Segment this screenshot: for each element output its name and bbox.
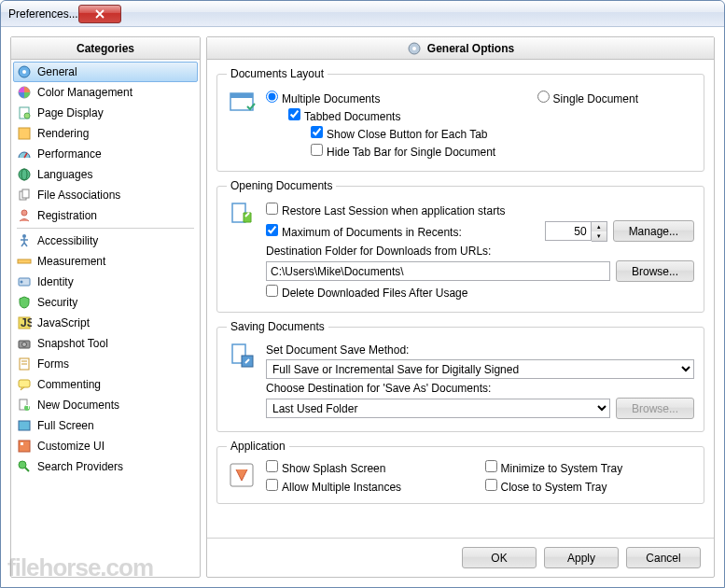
saveas-dest-label: Choose Destination for 'Save As' Documen… [266,382,491,395]
svg-text:JS: JS [21,316,32,329]
svg-rect-29 [21,442,23,445]
sidebar-item-label: Security [37,296,77,309]
sidebar-item-label: Forms [37,357,69,371]
sidebar-item-rendering[interactable]: Rendering [13,123,198,144]
sidebar-item-general[interactable]: General [13,62,198,82]
dest-folder-label: Destination Folder for Downloads from UR… [266,245,491,258]
svg-rect-10 [22,189,29,198]
sidebar-item-color-management[interactable]: Color Management [13,82,198,103]
show-close-button-checkbox[interactable] [311,126,323,138]
sidebar-item-label: Commenting [37,378,101,391]
sidebar-item-label: Languages [37,168,92,181]
sidebar-item-label: Performance [37,147,102,161]
sidebar-item-forms[interactable]: Forms [13,354,198,374]
close-button[interactable] [78,5,121,23]
apply-button[interactable]: Apply [544,547,619,568]
svg-point-4 [24,113,30,119]
spinner-up[interactable]: ▲ [592,222,606,231]
dest-folder-input[interactable] [266,261,610,281]
gear-icon [17,64,32,79]
sidebar-item-languages[interactable]: Languages [13,164,198,185]
sidebar-item-security[interactable]: Security [13,292,198,313]
svg-point-30 [19,461,26,469]
delete-downloaded-checkbox[interactable] [266,285,278,297]
accessibility-icon [17,233,32,248]
close-tray-checkbox-label[interactable]: Close to System Tray [485,479,695,494]
window-title: Preferences... [8,7,78,21]
documents-icon [227,88,257,118]
saveas-dest-select[interactable]: Last Used Folder [266,399,610,418]
browse-dest-button[interactable]: Browse... [616,260,694,282]
saving-documents-group: Saving Documents Set Document Save Metho… [216,320,704,432]
comment-icon [17,377,32,392]
splash-checkbox[interactable] [266,460,278,472]
save-file-icon [227,341,257,371]
sidebar-item-full-screen[interactable]: Full Screen [13,415,198,436]
max-recent-spinner[interactable]: ▲▼ [545,221,607,242]
restore-session-checkbox[interactable] [266,203,278,215]
close-icon [95,9,105,19]
delete-downloaded-checkbox-label[interactable]: Delete Downloaded Files After Usage [266,285,467,300]
multiple-documents-radio[interactable] [266,91,278,103]
app-icon [227,460,257,490]
sidebar-item-file-associations[interactable]: File Associations [13,185,198,205]
allow-multiple-checkbox-label[interactable]: Allow Multiple Instances [266,479,476,494]
group-legend: Opening Documents [227,179,336,192]
sidebar-item-registration[interactable]: Registration [13,205,198,226]
sidebar-item-page-display[interactable]: Page Display [13,103,198,123]
manage-button[interactable]: Manage... [613,220,694,242]
svg-point-1 [22,70,26,74]
max-recent-checkbox[interactable] [266,224,278,236]
documents-layout-group: Documents Layout Multiple Documents Sing… [216,67,704,172]
multiple-documents-radio-label[interactable]: Multiple Documents [266,91,380,105]
titlebar: Preferences... [1,1,724,27]
cancel-button[interactable]: Cancel [626,547,701,568]
sidebar-item-accessibility[interactable]: Accessibility [13,231,198,251]
svg-point-7 [19,169,30,180]
single-document-radio-label[interactable]: Single Document [537,91,638,105]
sidebar-item-label: Snapshot Tool [37,337,108,350]
max-recent-checkbox-label[interactable]: Maximum of Documents in Recents: [266,224,462,239]
sidebar-item-commenting[interactable]: Commenting [13,374,198,395]
sidebar-item-javascript[interactable]: JS JavaScript [13,313,198,333]
camera-icon [17,336,32,351]
minimize-tray-checkbox[interactable] [485,460,497,472]
sidebar-item-performance[interactable]: Performance [13,144,198,164]
svg-point-33 [412,47,416,50]
splash-checkbox-label[interactable]: Show Splash Screen [266,460,476,475]
main-title: General Options [427,42,514,55]
sidebar-item-new-documents[interactable]: + New Documents [13,395,198,415]
restore-session-checkbox-label[interactable]: Restore Last Session when application st… [266,203,505,217]
sidebar-item-label: Full Screen [37,419,94,432]
sidebar-item-search-providers[interactable]: Search Providers [13,456,198,477]
hide-tab-bar-checkbox-label[interactable]: Hide Tab Bar for Single Document [311,144,495,159]
sidebar-item-label: Measurement [37,255,105,268]
application-group: Application Show Splash Screen Minimize … [216,440,704,504]
group-legend: Documents Layout [227,67,328,80]
hide-tab-bar-checkbox[interactable] [311,144,323,156]
group-legend: Application [227,440,289,453]
sidebar-item-snapshot-tool[interactable]: Snapshot Tool [13,333,198,354]
sidebar-divider [17,228,194,229]
ok-button[interactable]: OK [462,547,537,568]
svg-point-11 [21,210,27,216]
tabbed-documents-checkbox-label[interactable]: Tabbed Documents [288,108,400,123]
group-legend: Saving Documents [227,320,328,333]
page-icon [17,105,32,120]
allow-multiple-checkbox[interactable] [266,479,278,491]
show-close-button-checkbox-label[interactable]: Show Close Button for Each Tab [311,126,488,141]
svg-point-19 [22,343,27,347]
open-file-icon [227,200,257,230]
minimize-tray-checkbox-label[interactable]: Minimize to System Tray [485,460,695,475]
single-document-radio[interactable] [537,91,550,103]
sidebar-item-measurement[interactable]: Measurement [13,251,198,272]
save-method-label: Set Document Save Method: [266,343,409,357]
spinner-down[interactable]: ▼ [592,231,606,241]
files-icon [17,188,32,203]
max-recent-input[interactable] [545,221,592,241]
sidebar-item-identity[interactable]: Identity [13,272,198,292]
sidebar-item-customize-ui[interactable]: Customize UI [13,436,198,456]
close-tray-checkbox[interactable] [485,479,497,491]
save-method-select[interactable]: Full Save or Incremental Save for Digita… [266,359,694,379]
tabbed-documents-checkbox[interactable] [288,108,300,120]
